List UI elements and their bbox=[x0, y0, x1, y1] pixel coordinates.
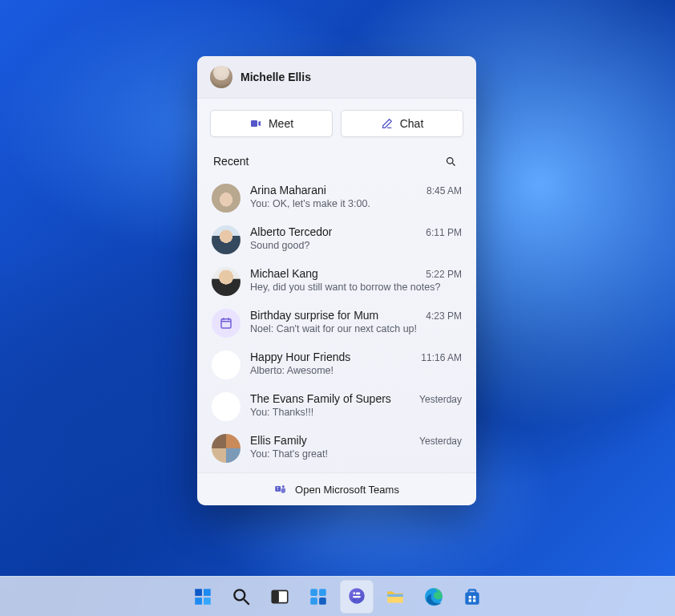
chat-label: Chat bbox=[400, 117, 424, 130]
start-icon bbox=[192, 586, 213, 607]
svg-rect-18 bbox=[310, 589, 317, 596]
conversation-item[interactable]: The Evans Family of SupersYesterdayYou: … bbox=[204, 386, 470, 428]
svg-rect-19 bbox=[319, 589, 326, 596]
widgets-icon bbox=[308, 586, 329, 607]
chat-button[interactable]: Chat bbox=[341, 110, 463, 137]
conversation-name: Alberto Tercedor bbox=[250, 225, 332, 238]
taskbar-store[interactable] bbox=[455, 580, 489, 614]
avatar bbox=[212, 267, 240, 296]
svg-rect-12 bbox=[195, 598, 202, 605]
svg-point-14 bbox=[234, 590, 245, 600]
chat-icon bbox=[346, 586, 367, 607]
taskbar-widgets[interactable] bbox=[301, 580, 335, 614]
avatar bbox=[212, 184, 240, 213]
svg-rect-34 bbox=[469, 599, 471, 602]
calendar-icon bbox=[212, 309, 240, 338]
conversation-name: Happy Hour Friends bbox=[250, 351, 350, 363]
store-icon bbox=[462, 586, 483, 607]
conversation-body: The Evans Family of SupersYesterdayYou: … bbox=[250, 392, 462, 418]
meet-button[interactable]: Meet bbox=[210, 110, 333, 137]
conversation-item[interactable]: Happy Hour Friends11:16 AMAlberto: Aweso… bbox=[204, 344, 470, 386]
svg-line-2 bbox=[452, 163, 455, 165]
conversation-name: Arina Maharani bbox=[250, 184, 326, 197]
conversation-time: 5:22 PM bbox=[426, 269, 462, 280]
conversation-item[interactable]: Birthday surprise for Mum4:23 PMNoel: Ca… bbox=[204, 302, 470, 344]
svg-line-15 bbox=[244, 599, 249, 605]
conversation-preview: Noel: Can't wait for our next catch up! bbox=[250, 323, 462, 334]
conversation-name: Ellis Family bbox=[250, 434, 307, 447]
svg-rect-11 bbox=[204, 589, 211, 596]
search-icon bbox=[231, 586, 252, 607]
taskbar-edge[interactable] bbox=[417, 580, 451, 614]
open-teams-label: Open Microsoft Teams bbox=[295, 484, 399, 496]
svg-point-24 bbox=[353, 592, 355, 594]
taskbar-task-view[interactable] bbox=[263, 580, 297, 614]
conversation-preview: Hey, did you still want to borrow the no… bbox=[250, 282, 462, 293]
search-button[interactable] bbox=[441, 152, 460, 171]
conversation-name: The Evans Family of Supers bbox=[250, 392, 391, 405]
recent-list: Arina Maharani8:45 AMYou: OK, let's make… bbox=[197, 176, 476, 472]
open-teams-link[interactable]: T Open Microsoft Teams bbox=[197, 472, 476, 505]
conversation-item[interactable]: Alberto Tercedor6:11 PMSound good? bbox=[204, 219, 470, 261]
svg-rect-21 bbox=[319, 598, 326, 605]
conversation-name: Birthday surprise for Mum bbox=[250, 309, 378, 322]
conversation-preview: Alberto: Awesome! bbox=[250, 365, 462, 376]
svg-point-9 bbox=[282, 485, 285, 488]
conversation-body: Birthday surprise for Mum4:23 PMNoel: Ca… bbox=[250, 309, 462, 334]
svg-rect-17 bbox=[272, 590, 279, 602]
taskbar-file-explorer[interactable] bbox=[378, 580, 412, 614]
svg-rect-30 bbox=[465, 592, 479, 604]
meet-label: Meet bbox=[269, 117, 293, 130]
video-camera-icon bbox=[249, 117, 262, 130]
taskbar-search[interactable] bbox=[224, 580, 258, 614]
conversation-item[interactable]: Ellis FamilyYesterdayYou: That's great! bbox=[204, 428, 470, 469]
conversation-body: Happy Hour Friends11:16 AMAlberto: Aweso… bbox=[250, 351, 462, 376]
svg-rect-3 bbox=[221, 319, 231, 328]
conversation-item[interactable]: Arina Maharani8:45 AMYou: OK, let's make… bbox=[204, 177, 470, 219]
conversation-name: Michael Kang bbox=[250, 267, 318, 280]
taskbar-start[interactable] bbox=[186, 580, 220, 614]
conversation-body: Arina Maharani8:45 AMYou: OK, let's make… bbox=[250, 184, 462, 209]
conversation-time: 8:45 AM bbox=[426, 185, 462, 197]
teams-icon: T bbox=[274, 483, 287, 496]
svg-rect-33 bbox=[473, 595, 475, 598]
conversation-preview: You: That's great! bbox=[250, 448, 462, 460]
svg-rect-0 bbox=[251, 120, 257, 127]
desktop-wallpaper: Michelle Ellis Meet Chat Recent Arina Ma… bbox=[0, 0, 675, 616]
taskbar bbox=[0, 576, 675, 616]
taskbar-chat[interactable] bbox=[340, 580, 374, 614]
file-explorer-icon bbox=[385, 586, 406, 607]
recent-header: Recent bbox=[197, 145, 476, 176]
teams-chat-flyout: Michelle Ellis Meet Chat Recent Arina Ma… bbox=[197, 56, 476, 505]
task-view-icon bbox=[269, 586, 290, 607]
conversation-preview: You: OK, let's make it 3:00. bbox=[250, 198, 462, 209]
conversation-body: Alberto Tercedor6:11 PMSound good? bbox=[250, 225, 462, 251]
avatar bbox=[212, 225, 240, 254]
group-avatar bbox=[212, 392, 240, 421]
svg-rect-31 bbox=[469, 590, 476, 593]
conversation-preview: Sound good? bbox=[250, 240, 462, 251]
svg-point-1 bbox=[447, 157, 453, 164]
conversation-item[interactable]: Michael Kang5:22 PMHey, did you still wa… bbox=[204, 261, 470, 302]
action-row: Meet Chat bbox=[197, 99, 476, 145]
svg-rect-13 bbox=[204, 598, 211, 605]
svg-rect-20 bbox=[310, 598, 317, 605]
svg-rect-35 bbox=[473, 599, 475, 602]
edge-icon bbox=[423, 586, 444, 607]
recent-title: Recent bbox=[213, 155, 249, 168]
conversation-time: 6:11 PM bbox=[426, 227, 462, 238]
svg-rect-25 bbox=[356, 592, 360, 594]
search-icon bbox=[445, 156, 457, 168]
profile-name: Michelle Ellis bbox=[240, 71, 311, 83]
avatar bbox=[210, 66, 232, 88]
svg-rect-28 bbox=[387, 594, 403, 596]
svg-rect-26 bbox=[353, 595, 361, 597]
conversation-time: Yesterday bbox=[419, 436, 462, 447]
conversation-preview: You: Thanks!!! bbox=[250, 407, 462, 418]
conversation-time: 11:16 AM bbox=[421, 352, 462, 363]
compose-icon bbox=[381, 117, 394, 130]
conversation-time: 4:23 PM bbox=[426, 310, 462, 322]
conversation-body: Michael Kang5:22 PMHey, did you still wa… bbox=[250, 267, 462, 293]
profile-bar[interactable]: Michelle Ellis bbox=[197, 56, 476, 99]
conversation-time: Yesterday bbox=[419, 394, 462, 405]
